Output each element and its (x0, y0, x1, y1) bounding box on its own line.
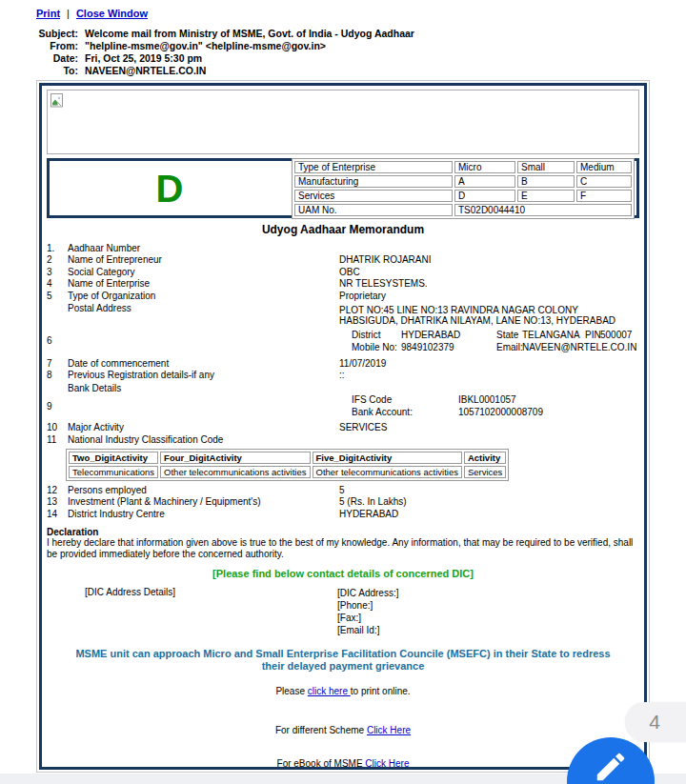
ifs-code-value: IBKL0001057 (458, 394, 516, 407)
postal-address-value: PLOT NO:45 LINE NO:13 RAVINDRA NAGAR COL… (339, 303, 639, 326)
row-value: Proprietary (339, 291, 639, 302)
row-commencement-date: 7 Date of commencement 11/07/2019 (47, 358, 639, 370)
enterprise-type-table: Type of Enterprise Micro Small Medium Ma… (292, 158, 635, 219)
row-organization-type: 5 Type of Organization Proprietary (47, 291, 639, 302)
header-image-placeholder (47, 90, 639, 154)
row-value: 5 (Rs. In Lakhs) (339, 496, 639, 508)
to-label: To: (0, 65, 78, 77)
email-headers: Subject:Welcome mail from Ministry of MS… (0, 28, 414, 77)
ent-cell: E (517, 190, 575, 202)
row-number: 10 (47, 422, 68, 433)
bank-account-value: 1057102000008709 (458, 407, 543, 419)
toolbar: Print|Close Window (36, 8, 148, 19)
state-label: State (496, 330, 522, 342)
dic-phone-field: [Phone:] (337, 599, 639, 612)
date-label: Date: (0, 52, 78, 65)
ent-cell: A (454, 175, 515, 188)
row-number: 4 (47, 278, 68, 290)
nic-header: Activity (464, 452, 506, 464)
ebook-line: For eBook of MSME Click Here (47, 758, 639, 769)
uam-number: TS02D0044410 (454, 204, 632, 216)
row-label: Type of Organization (68, 291, 339, 302)
dic-address-field: [DIC Address:] (337, 587, 639, 599)
row-label: National Industry Classification Code (68, 434, 339, 446)
row-number (47, 303, 68, 326)
contact-line: Mobile No: 9849102379 Email: NAVEEN@NRTE… (352, 342, 639, 354)
row-number: 14 (47, 509, 68, 520)
row-label: Aadhaar Number (68, 243, 339, 254)
nic-header: Two_DigitActivity (69, 452, 158, 464)
row-value: NR TELESYSTEMS. (339, 278, 639, 290)
document-title: Udyog Aadhaar Memorandum (47, 223, 639, 236)
row-number: 1. (47, 243, 68, 254)
row-bank-details-label: Bank Details (47, 383, 639, 394)
print-online-post: to print online. (351, 686, 411, 696)
close-window-link[interactable]: Close Window (76, 8, 148, 19)
print-online-link[interactable]: click here (308, 686, 351, 696)
row-value: DHATRIK ROJARANI (339, 254, 639, 266)
print-online-line: Please click here to print online. (47, 686, 639, 696)
row-label: Investment (Plant & Machinery / Equipmen… (68, 496, 339, 508)
row-entrepreneur-name: 2 Name of Entrepreneur DHATRIK ROJARANI (47, 254, 639, 266)
pin-value: 500007 (600, 330, 632, 342)
row-number: 9 (47, 401, 68, 412)
nic-cell: Other telecommunications activities (160, 466, 310, 478)
logo-and-classification: D Type of Enterprise Micro Small Medium … (47, 158, 639, 218)
account-line: Bank Account: 1057102000008709 (352, 407, 639, 419)
declaration-title: Declaration (47, 527, 639, 537)
subject-value: Welcome mail from Ministry of MSME, Govt… (85, 28, 414, 40)
row-label: Persons employed (68, 485, 339, 496)
ifs-line: IFS Code IBKL0001057 (352, 394, 639, 407)
row-value (339, 243, 639, 254)
print-link[interactable]: Print (36, 8, 60, 19)
page-number-badge: 4 (625, 702, 686, 742)
toolbar-separator: | (67, 8, 70, 19)
row-social-category: 3 Social Category OBC (47, 267, 639, 278)
memorandum-document: D Type of Enterprise Micro Small Medium … (39, 83, 647, 770)
ent-cell: Medium (576, 161, 632, 173)
row-value (339, 434, 639, 446)
email-label: Email: (496, 342, 522, 354)
row-label: Bank Details (68, 383, 639, 394)
broken-image-icon (50, 93, 63, 111)
row-number: 3 (47, 267, 68, 278)
row-number (47, 383, 68, 394)
row-previous-registration: 8 Previous Registration details-if any :… (47, 370, 639, 381)
ifs-code-label: IFS Code (352, 394, 458, 407)
mobile-label: Mobile No: (352, 342, 401, 354)
row-label: Name of Entrepreneur (68, 254, 339, 266)
dic-address-details-label: [DIC Address Details] (47, 587, 337, 636)
bank-account-label: Bank Account: (352, 407, 458, 419)
date-value: Fri, Oct 25, 2019 5:30 pm (85, 52, 202, 65)
row-postal-address: Postal Address PLOT NO:45 LINE NO:13 RAV… (47, 303, 639, 326)
nic-cell: Other telecommunications activities (313, 466, 462, 478)
ent-cell: D (454, 190, 515, 202)
nic-cell: Services (464, 466, 506, 478)
ent-cell: B (517, 175, 575, 188)
row-label: Social Category (68, 267, 339, 278)
dic-details: [DIC Address Details] [DIC Address:] [Ph… (47, 587, 639, 636)
row-enterprise-name: 4 Name of Enterprise NR TELESYSTEMS. (47, 278, 639, 290)
ent-cell: Micro (454, 161, 515, 173)
state-value: TELANGANA (522, 330, 585, 342)
ebook-link[interactable]: Click Here (365, 758, 409, 769)
dic-email-field: [Email Id:] (337, 624, 639, 636)
row-label: Previous Registration details-if any (68, 370, 339, 381)
pin-label: PIN (585, 330, 600, 342)
row-value: 5 (339, 485, 639, 496)
row-value: :: (339, 370, 639, 381)
district-line: District HYDERABAD State TELANGANA PIN 5… (352, 330, 639, 342)
ebook-pre: For eBook of MSME (277, 758, 366, 769)
district-value: HYDERABAD (401, 330, 496, 342)
row-number: 7 (47, 358, 68, 370)
row-nic-code: 11 National Industry Classification Code (47, 434, 639, 446)
row-district-industry-centre: 14 District Industry Centre HYDERABAD (47, 509, 639, 520)
row-number: 11 (47, 434, 68, 446)
scheme-link[interactable]: Click Here (367, 725, 411, 735)
uam-label: UAM No. (294, 204, 453, 216)
ent-cell: Small (517, 161, 575, 173)
ent-cell: Manufacturing (294, 175, 453, 188)
email-value: NAVEEN@NRTELE.CO.IN (522, 342, 636, 354)
ent-cell: F (576, 190, 632, 202)
row-value: SERVICES (339, 422, 639, 433)
